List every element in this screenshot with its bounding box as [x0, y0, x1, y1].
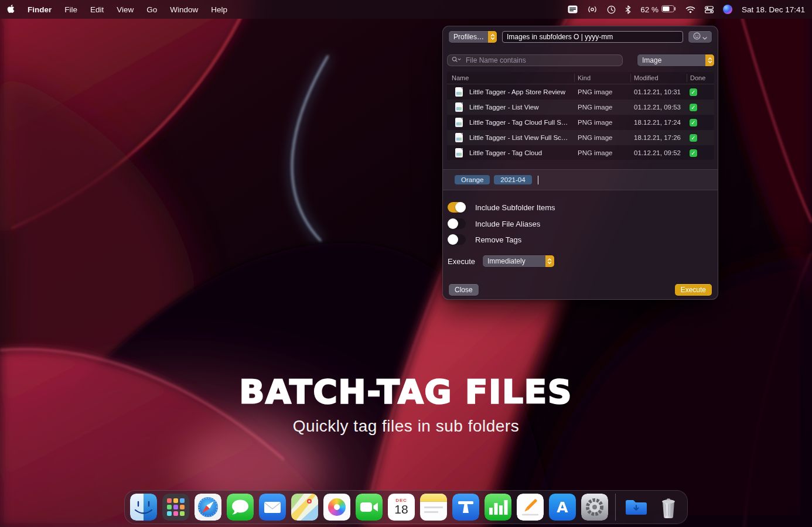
menu-window[interactable]: Window [170, 0, 198, 19]
dock-calendar-icon[interactable]: DEC 18 [388, 494, 415, 521]
dock-finder-icon[interactable] [130, 494, 157, 521]
tag-token[interactable]: Orange [455, 175, 490, 184]
file-kind: PNG image [575, 119, 631, 126]
appstore-letter: A [557, 499, 568, 516]
dock-trash-icon[interactable] [655, 494, 682, 521]
dock-facetime-icon[interactable] [356, 494, 383, 521]
profiles-label: Profiles… [453, 33, 484, 41]
search-input[interactable] [465, 56, 618, 65]
column-header-name[interactable]: Name [447, 74, 575, 82]
text-caret [538, 176, 539, 184]
column-header-kind[interactable]: Kind [575, 74, 631, 82]
dock-safari-icon[interactable] [195, 494, 221, 521]
file-kind: PNG image [575, 88, 631, 95]
done-check-icon: ✓ [690, 104, 697, 111]
file-modified: 01.12.21, 09:52 [631, 149, 687, 156]
dock-numbers-icon[interactable] [485, 494, 511, 521]
apple-menu[interactable] [7, 0, 15, 19]
bluetooth-icon[interactable] [625, 0, 631, 19]
execute-mode-dropdown[interactable]: Immediately [483, 255, 554, 267]
dock-messages-icon[interactable] [227, 494, 254, 521]
file-name: Little Tagger - List View [469, 104, 538, 111]
file-name: Little Tagger - App Store Review [469, 88, 565, 95]
emoji-menu-button[interactable] [688, 31, 712, 43]
done-check-icon: ✓ [690, 134, 697, 142]
menu-bar-clock[interactable]: Sat 18. Dec 17:41 [742, 0, 805, 19]
toggle-label: Include File Aliases [475, 220, 540, 228]
table-row[interactable]: Little Tagger - List View PNG image 01.1… [447, 100, 714, 115]
profile-name-field[interactable] [502, 31, 683, 43]
file-kind: PNG image [575, 134, 631, 141]
dock-maps-icon[interactable] [291, 494, 318, 521]
search-field[interactable] [447, 54, 623, 66]
file-table: Name Kind Modified Done Little Tagger - … [447, 72, 714, 160]
dock-notes-icon[interactable] [420, 494, 447, 521]
toggle-label: Remove Tags [475, 235, 521, 244]
airdrop-icon[interactable] [587, 0, 598, 19]
done-check-icon: ✓ [690, 88, 697, 96]
battery-icon [661, 5, 676, 14]
dock-pages-icon[interactable] [517, 494, 544, 521]
chevron-down-icon [702, 33, 707, 42]
file-icon [455, 148, 463, 158]
control-center-icon[interactable] [705, 0, 714, 19]
toggle-include-subfolder-items[interactable]: Include Subfolder Items [448, 202, 555, 213]
little-tagger-popover: Profiles… Image Name Kind Mod [442, 26, 718, 300]
desktop: Finder File Edit View Go Window Help 62 … [0, 0, 812, 527]
column-header-modified[interactable]: Modified [631, 74, 687, 82]
dock-launchpad-icon[interactable] [162, 494, 189, 521]
battery-percent: 62 % [640, 5, 659, 14]
done-check-icon: ✓ [690, 119, 697, 126]
menu-view[interactable]: View [117, 0, 134, 19]
kind-filter-label: Image [642, 56, 661, 64]
toggle-remove-tags[interactable]: Remove Tags [448, 234, 521, 245]
file-name: Little Tagger - Tag Cloud Full S… [469, 119, 568, 126]
tags-field[interactable]: Orange 2021-04 [443, 169, 718, 190]
table-row[interactable]: Little Tagger - Tag Cloud Full S… PNG im… [447, 115, 714, 130]
dock-separator [615, 494, 616, 521]
toggle-label: Include Subfolder Items [475, 203, 555, 212]
dock-appstore-icon[interactable]: A [549, 494, 576, 521]
menu-edit[interactable]: Edit [90, 0, 104, 19]
dock-mail-icon[interactable] [259, 494, 286, 521]
little-tagger-menubar-icon[interactable] [568, 0, 578, 19]
dock-settings-icon[interactable] [581, 494, 608, 521]
siri-icon[interactable] [723, 0, 732, 19]
profiles-dropdown[interactable]: Profiles… [449, 31, 497, 43]
stepper-icon [545, 255, 554, 267]
menu-go[interactable]: Go [146, 0, 157, 19]
kind-filter-dropdown[interactable]: Image [637, 54, 714, 66]
dock-photos-icon[interactable] [323, 494, 350, 521]
notes-band [420, 494, 447, 502]
dock: DEC 18 A [124, 490, 688, 524]
execute-button[interactable]: Execute [675, 284, 712, 296]
menu-bar: Finder File Edit View Go Window Help 62 … [0, 0, 812, 19]
toggle-switch[interactable] [448, 218, 466, 229]
dock-keynote-icon[interactable] [452, 494, 479, 521]
wifi-icon[interactable] [685, 0, 695, 19]
toggle-switch[interactable] [448, 202, 466, 213]
smiley-icon [693, 32, 701, 42]
menu-help[interactable]: Help [211, 0, 227, 19]
file-modified: 18.12.21, 17:24 [631, 119, 687, 126]
file-icon [455, 118, 463, 127]
clock-icon[interactable] [607, 0, 616, 19]
tag-token[interactable]: 2021-04 [494, 175, 531, 184]
file-modified: 01.12.21, 10:31 [631, 88, 687, 95]
close-button[interactable]: Close [449, 284, 479, 296]
app-menu-finder[interactable]: Finder [28, 0, 52, 19]
column-header-done[interactable]: Done [687, 74, 714, 82]
table-row[interactable]: Little Tagger - Tag Cloud PNG image 01.1… [447, 145, 714, 160]
execute-mode-label: Immediately [487, 257, 526, 265]
file-modified: 01.12.21, 09:53 [631, 104, 687, 111]
table-row[interactable]: Little Tagger - List View Full Sc… PNG i… [447, 130, 714, 145]
table-row[interactable]: Little Tagger - App Store Review PNG ima… [447, 84, 714, 100]
dock-downloads-icon[interactable] [623, 494, 650, 521]
battery-indicator[interactable]: 62 % [640, 0, 676, 19]
toggle-include-file-aliases[interactable]: Include File Aliases [448, 218, 540, 229]
file-icon [455, 133, 463, 142]
file-icon [455, 102, 463, 112]
toggle-switch[interactable] [448, 234, 466, 245]
menu-file[interactable]: File [64, 0, 77, 19]
search-icon [452, 56, 461, 64]
